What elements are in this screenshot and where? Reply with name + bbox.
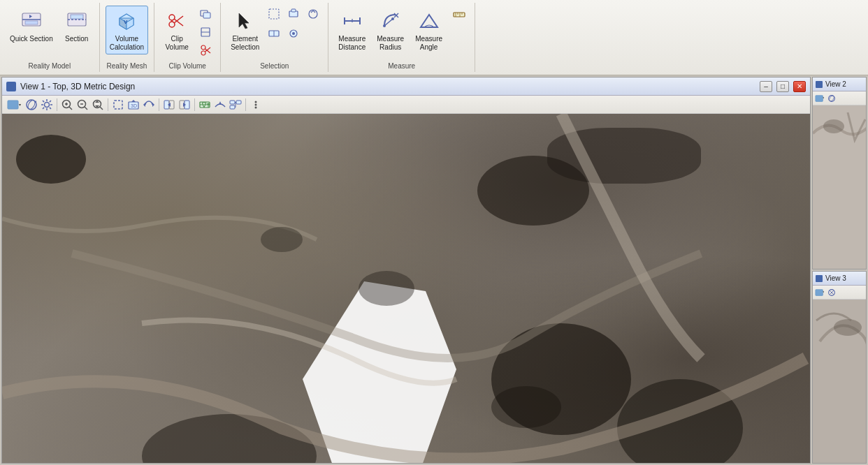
volume-calculation-icon: V bbox=[114, 8, 139, 34]
toolbar-sep-1 bbox=[57, 98, 57, 111]
zoom-in-button[interactable] bbox=[60, 98, 74, 112]
toolbar-sep-2 bbox=[108, 98, 108, 111]
toolbar-group-clip-volume: ClipVolume bbox=[154, 3, 221, 72]
quick-section-label: Quick Section bbox=[10, 35, 53, 43]
view-dropdown-button[interactable] bbox=[5, 98, 23, 112]
minimize-button[interactable]: – bbox=[760, 81, 772, 92]
toolbar-buttons-clip-volume: ClipVolume bbox=[160, 6, 215, 62]
svg-marker-82 bbox=[219, 101, 222, 105]
close-button[interactable]: ✕ bbox=[793, 81, 806, 92]
terrain-shadow-3 bbox=[547, 128, 701, 184]
side-view-2-orbit[interactable] bbox=[826, 93, 837, 104]
prev-view-button[interactable] bbox=[162, 98, 176, 112]
rotate-view-button[interactable] bbox=[142, 98, 156, 112]
svg-point-21 bbox=[201, 51, 205, 55]
restore-button[interactable]: □ bbox=[776, 81, 789, 92]
view-container: View 1 - Top, 3D Metric Design – □ ✕ bbox=[0, 75, 868, 465]
svg-point-33 bbox=[292, 32, 295, 35]
toolbar-buttons-reality-model: Quick Section Section bbox=[6, 6, 94, 62]
svg-point-89 bbox=[255, 101, 257, 103]
side-view-2-icon bbox=[816, 81, 823, 88]
zoom-out-button[interactable] bbox=[75, 98, 89, 112]
svg-line-60 bbox=[85, 107, 87, 110]
measure-angle-button[interactable]: MeasureAngle bbox=[411, 6, 447, 54]
svg-point-91 bbox=[255, 106, 257, 108]
svg-rect-83 bbox=[230, 101, 235, 104]
element-selection-icon bbox=[233, 8, 258, 34]
measure-distance-icon bbox=[340, 8, 365, 34]
toolbar-group-selection: ElementSelection bbox=[221, 3, 328, 72]
right-panel: View 2 bbox=[812, 75, 868, 465]
svg-rect-65 bbox=[114, 101, 122, 109]
element-selection-button[interactable]: ElementSelection bbox=[226, 6, 263, 54]
side-view-3-content[interactable] bbox=[813, 300, 866, 463]
side-view-3-dropdown[interactable] bbox=[814, 287, 825, 298]
side-view-2-dropdown[interactable] bbox=[814, 93, 825, 104]
sel-extra-3-button[interactable] bbox=[304, 6, 322, 22]
main-view-content[interactable] bbox=[2, 114, 810, 463]
svg-point-22 bbox=[201, 45, 205, 50]
selection-extra-row2 bbox=[265, 25, 322, 42]
sync-views-button[interactable] bbox=[229, 98, 243, 112]
clip-extra-3-button[interactable] bbox=[196, 42, 215, 59]
svg-point-100 bbox=[823, 119, 844, 133]
fit-view-button[interactable] bbox=[91, 98, 105, 112]
svg-rect-3 bbox=[25, 21, 38, 24]
side-view-2: View 2 bbox=[812, 77, 867, 270]
toolbar-sep-3 bbox=[159, 98, 159, 111]
side-view-3-label: View 3 bbox=[825, 274, 863, 282]
svg-point-53 bbox=[45, 102, 50, 107]
walk-mode-button[interactable] bbox=[198, 98, 212, 112]
quick-section-button[interactable]: Quick Section bbox=[6, 6, 57, 46]
svg-line-62 bbox=[100, 107, 103, 110]
side-view-3-icon bbox=[816, 275, 823, 282]
clip-volume-button[interactable]: ClipVolume bbox=[160, 6, 194, 54]
measure-extra-col bbox=[449, 6, 469, 54]
measure-extra-button[interactable] bbox=[449, 6, 469, 24]
sel-extra-2-button[interactable] bbox=[284, 6, 303, 22]
clip-extra-1-button[interactable] bbox=[196, 6, 215, 22]
clip-volume-group-label: Clip Volume bbox=[169, 62, 206, 72]
side-view-2-titlebar: View 2 bbox=[813, 78, 866, 91]
element-selection-label: ElementSelection bbox=[231, 35, 259, 52]
main-view: View 1 - Top, 3D Metric Design – □ ✕ bbox=[1, 77, 811, 464]
section-icon bbox=[64, 8, 89, 34]
clip-extra-2-button[interactable] bbox=[196, 24, 215, 40]
side-view-2-terrain bbox=[813, 105, 866, 269]
side-view-3-orbit[interactable] bbox=[826, 287, 837, 298]
toolbar-sep-5 bbox=[245, 98, 246, 111]
next-view-button[interactable] bbox=[178, 98, 191, 112]
svg-rect-95 bbox=[816, 95, 823, 101]
svg-rect-26 bbox=[269, 9, 279, 19]
svg-marker-70 bbox=[143, 103, 145, 107]
sel-extra-4-button[interactable] bbox=[265, 25, 283, 42]
measure-angle-icon bbox=[417, 8, 442, 34]
sel-extra-1-button[interactable] bbox=[265, 6, 283, 22]
measure-distance-button[interactable]: MeasureDistance bbox=[334, 6, 370, 54]
box-select-button[interactable] bbox=[111, 98, 125, 112]
svg-marker-50 bbox=[19, 104, 21, 106]
fly-mode-button[interactable] bbox=[213, 98, 227, 112]
measure-radius-button[interactable]: MeasureRadius bbox=[372, 6, 408, 54]
measure-buttons-inner: MeasureDistance MeasureRadius bbox=[334, 6, 469, 54]
svg-rect-49 bbox=[8, 101, 18, 109]
main-view-titlebar: View 1 - Top, 3D Metric Design – □ ✕ bbox=[2, 78, 810, 96]
view-settings-button[interactable] bbox=[40, 98, 54, 112]
svg-point-12 bbox=[169, 22, 175, 27]
volume-calculation-button[interactable]: V VolumeCalculation bbox=[106, 6, 148, 54]
orbit-button[interactable] bbox=[24, 98, 38, 112]
3d-nav-button[interactable]: 3D bbox=[126, 98, 140, 112]
clip-volume-label: ClipVolume bbox=[166, 35, 189, 52]
more-options-button[interactable] bbox=[249, 98, 263, 112]
side-view-2-content[interactable] bbox=[813, 105, 866, 269]
measure-distance-label: MeasureDistance bbox=[338, 35, 366, 52]
svg-rect-101 bbox=[816, 289, 823, 295]
svg-point-105 bbox=[834, 319, 862, 336]
section-label: Section bbox=[65, 35, 88, 43]
sel-extra-5-button[interactable] bbox=[284, 25, 303, 42]
svg-line-57 bbox=[69, 107, 72, 110]
selection-group-label: Selection bbox=[260, 62, 289, 72]
section-button[interactable]: Section bbox=[60, 6, 94, 46]
side-view-2-toolbar bbox=[813, 91, 866, 105]
svg-rect-6 bbox=[71, 15, 83, 19]
